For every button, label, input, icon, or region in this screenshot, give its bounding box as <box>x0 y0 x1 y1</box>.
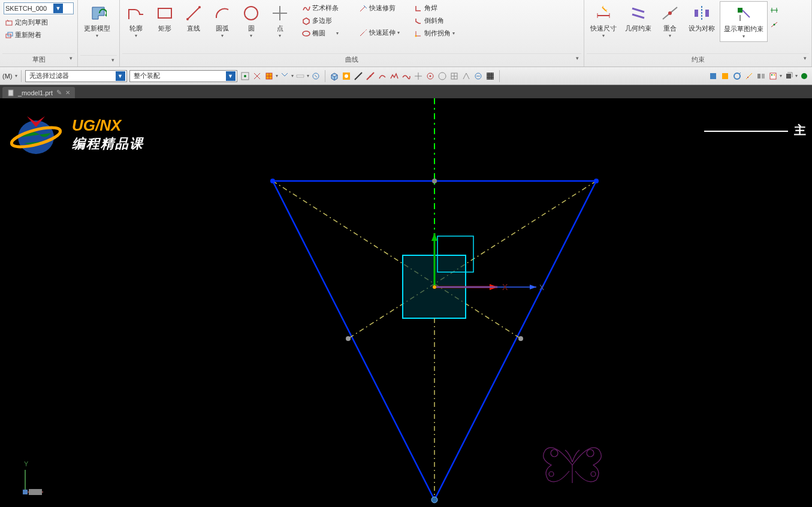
file-tab[interactable]: _model1.prt ✎ ✕ <box>2 87 75 98</box>
close-tab-icon[interactable]: ✕ <box>65 89 70 96</box>
point-button[interactable]: 点▾ <box>266 1 294 41</box>
rt-icon-1[interactable] <box>708 71 719 82</box>
sel-icon-6[interactable] <box>310 71 321 82</box>
rectangle-button[interactable]: 矩形 <box>151 1 179 35</box>
svg-marker-71 <box>530 285 536 289</box>
art-spline-button[interactable]: 艺术样条 <box>300 2 341 14</box>
dropdown-icon[interactable]: ▼ <box>53 4 63 13</box>
ribbon-group-update: 更新模型 ▾ ▾ <box>78 0 120 67</box>
rapid-dimension-button[interactable]: 快速尺寸▾ <box>587 1 620 41</box>
svg-point-38 <box>439 73 446 80</box>
quick-extend-button[interactable]: 快速延伸▾ <box>357 27 402 38</box>
view-icon-8[interactable] <box>413 71 424 82</box>
symmetric-label: 设为对称 <box>689 24 715 33</box>
rt-icon-6[interactable] <box>768 71 778 82</box>
selection-filter-select[interactable]: 无选择过滤器▼ <box>25 70 127 82</box>
view-icon-3[interactable] <box>353 71 364 82</box>
view-icon-5[interactable] <box>377 71 388 82</box>
grid-icon[interactable] <box>485 71 496 82</box>
coincide-label: 重合 <box>663 24 677 33</box>
svg-text:X: X <box>539 283 544 292</box>
rt-icon-8[interactable] <box>799 71 810 82</box>
svg-rect-87 <box>29 489 42 495</box>
x-axis-label: X <box>502 282 508 292</box>
sketch-name-select[interactable]: ▼ <box>4 2 74 14</box>
group-label-sketch: 草图▾ <box>2 53 75 65</box>
sel-icon-2[interactable] <box>252 71 262 82</box>
sel-icon-3[interactable] <box>264 71 274 82</box>
m-dropdown[interactable]: (M) <box>2 73 13 80</box>
rt-icon-7[interactable] <box>783 71 794 82</box>
reattach-button[interactable]: 重新附着 <box>2 29 75 41</box>
rt-icon-2[interactable] <box>720 71 731 82</box>
svg-point-12 <box>415 35 417 37</box>
profile-button[interactable]: 轮廓▾ <box>122 1 150 41</box>
make-symmetric-button[interactable]: 设为对称 <box>685 1 719 35</box>
view-icon-10[interactable] <box>437 71 448 82</box>
circle-button[interactable]: 圆▾ <box>237 1 265 41</box>
circle-icon <box>242 4 261 23</box>
view-icon-2[interactable] <box>341 71 352 82</box>
extra-icon-1[interactable] <box>769 5 780 16</box>
dropdown-icon[interactable]: ▼ <box>116 71 125 81</box>
reattach-label: 重新附着 <box>15 31 41 40</box>
rt-icon-5[interactable] <box>756 71 766 82</box>
spline-icon <box>302 4 310 13</box>
cube-icon[interactable] <box>329 71 340 82</box>
polygon-button[interactable]: 多边形 <box>300 15 341 26</box>
dropdown-icon[interactable]: ▼ <box>226 71 236 81</box>
orient-to-sketch-button[interactable]: 定向到草图 <box>2 17 75 28</box>
sketch-name-input[interactable] <box>5 5 53 12</box>
graphics-viewport[interactable]: UG/NX 编程精品课 主 X X <box>0 98 812 507</box>
ribbon-group-sketch: ▼ 定向到草图 重新附着 草图▾ <box>0 0 78 67</box>
ribbon-toolbar: ▼ 定向到草图 重新附着 草图▾ 更新模型 ▾ ▾ <box>0 0 812 67</box>
extra-icon-2[interactable] <box>769 19 780 30</box>
coincide-button[interactable]: 重合▾ <box>656 1 684 41</box>
svg-point-74 <box>594 179 599 183</box>
rt-icon-4[interactable] <box>744 71 754 82</box>
view-icon-12[interactable] <box>461 71 472 82</box>
svg-rect-47 <box>722 73 728 79</box>
svg-point-79 <box>433 285 436 289</box>
view-icon-13[interactable] <box>473 71 484 82</box>
arc-button[interactable]: 圆弧▾ <box>209 1 236 41</box>
update-model-button[interactable]: 更新模型 ▾ <box>80 1 114 41</box>
ellipse-button[interactable]: 椭圆▾ <box>300 28 341 39</box>
filter-toolbar: (M)▾ 无选择过滤器▼ 整个装配▼ ▾ ▾ ▾ ▾ <box>0 67 812 85</box>
svg-point-82 <box>549 472 554 476</box>
view-icon-7[interactable] <box>401 71 412 82</box>
svg-rect-19 <box>705 10 709 17</box>
svg-line-14 <box>632 14 644 18</box>
curve-col2: 快速修剪 快速延伸▾ <box>355 1 403 40</box>
sel-icon-4[interactable] <box>279 71 290 82</box>
svg-rect-18 <box>695 10 698 17</box>
svg-rect-45 <box>487 73 494 80</box>
view-triad[interactable]: Y <box>6 459 48 501</box>
view-icon-9[interactable] <box>425 71 436 82</box>
line-button[interactable]: 直线 <box>180 1 207 35</box>
profile-icon <box>126 4 146 23</box>
view-icon-6[interactable] <box>389 71 400 82</box>
chamfer-icon <box>414 17 422 25</box>
group-label-constraint: 约束▾ <box>587 53 809 65</box>
svg-point-78 <box>518 336 523 341</box>
sel-icon-5[interactable] <box>295 71 306 82</box>
view-icon-11[interactable] <box>449 71 460 82</box>
ribbon-group-constraint: 快速尺寸▾ 几何约束 重合▾ 设为对称 显示草图约束▾ <box>584 0 812 67</box>
assembly-scope-select[interactable]: 整个装配▼ <box>129 70 237 82</box>
sel-icon-1[interactable] <box>240 71 250 82</box>
svg-point-77 <box>346 336 351 341</box>
svg-point-7 <box>244 7 258 20</box>
corner-weld-button[interactable]: 角焊 <box>412 2 457 14</box>
view-icon-4[interactable] <box>365 71 376 82</box>
show-constraints-button[interactable]: 显示草图约束▾ <box>720 1 768 42</box>
rt-icon-3[interactable] <box>732 71 742 82</box>
orient-icon <box>5 19 13 27</box>
quick-trim-button[interactable]: 快速修剪 <box>357 2 402 14</box>
geo-constraint-button[interactable]: 几何约束 <box>621 1 655 35</box>
chamfer-button[interactable]: 倒斜角 <box>412 15 457 26</box>
corner-icon <box>414 4 422 13</box>
svg-line-31 <box>355 73 362 80</box>
make-corner-button[interactable]: 制作拐角▾ <box>412 28 457 39</box>
svg-point-73 <box>270 179 275 183</box>
